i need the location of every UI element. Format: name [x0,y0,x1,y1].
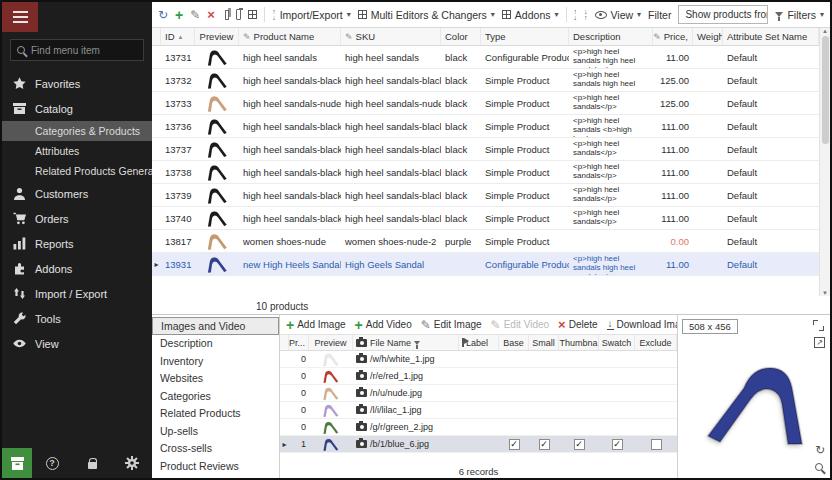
cell-type[interactable]: Simple Product [481,138,569,160]
cell-id[interactable]: 13739 [161,184,195,206]
cell-file-name[interactable]: /n/u/nude.jpg [353,385,459,401]
image-row[interactable]: ▸ 0 /l/i/lilac_1.jpg ✓ ✓ ✓ ✓ ✓ [280,402,677,419]
cell-small-checkbox[interactable]: ✓ [529,402,559,418]
add-video-button[interactable]: +Add Video [355,318,412,332]
cell-exclude-checkbox[interactable]: ✓ [635,436,677,452]
sidebar-item-tools[interactable]: Tools [2,306,152,331]
cell-sku[interactable]: high heel sandals-black-38 [341,207,441,229]
cell-id[interactable]: 13738 [161,161,195,183]
sort-ascending-icon[interactable]: ↑↓ [574,9,578,21]
cell-color[interactable] [441,253,481,275]
thumbnail-checkbox[interactable]: ✓ [574,439,585,450]
cell-position[interactable]: 0 [289,368,309,384]
cell-id[interactable]: 13817 [161,230,195,252]
sidebar-item-addons[interactable]: Addons [2,256,152,281]
edit-video-button[interactable]: ✎Edit Video [491,319,549,331]
cell-product-name[interactable]: high heel sandals [239,46,341,68]
cell-color[interactable]: purple [441,230,481,252]
delete-product-button[interactable]: × [207,8,215,21]
cell-small-checkbox[interactable]: ✓ [529,368,559,384]
view-menu[interactable]: View ▾ [595,9,642,21]
col-header-attribute-set[interactable]: Attribute Set Name [723,28,819,45]
cell-attribute-set[interactable]: Default [723,207,819,229]
detail-tab[interactable]: Websites [152,370,279,388]
cell-attribute-set[interactable]: Default [723,184,819,206]
cell-exclude-checkbox[interactable]: ✓ [635,419,677,435]
cell-price[interactable]: 125.00 [653,92,693,114]
cell-small-checkbox[interactable]: ✓ [529,385,559,401]
cell-sku[interactable]: high heel sandals-black-36 [341,115,441,137]
table-row[interactable]: ▸ 13732 high heel sandals-black high hee… [152,69,819,92]
cell-base-checkbox[interactable]: ✓ [499,368,529,384]
cell-description[interactable]: <p>high heel sandals <b>high heel san... [569,115,653,137]
cell-label[interactable] [459,436,499,452]
cell-preview[interactable] [195,253,239,275]
cell-sku[interactable]: High Geels Sandal [341,253,441,275]
image-row[interactable]: ▸ 0 /n/u/nude.jpg ✓ ✓ ✓ ✓ ✓ [280,385,677,402]
cell-preview[interactable] [195,46,239,68]
cell-weight[interactable] [693,253,723,275]
base-checkbox[interactable]: ✓ [509,439,520,450]
cell-price[interactable]: 111.00 [653,207,693,229]
cell-price[interactable]: 111.00 [653,161,693,183]
multi-editors-menu[interactable]: Multi Editors & Changers ▾ [358,9,495,21]
cell-weight[interactable] [693,230,723,252]
sort-descending-icon[interactable]: ↓↑ [584,9,588,21]
cell-thumbnail-checkbox[interactable]: ✓ [559,419,599,435]
sidebar-item-reports[interactable]: Reports [2,231,152,256]
cell-weight[interactable] [693,138,723,160]
cell-position[interactable]: 0 [289,402,309,418]
cell-id[interactable]: 13732 [161,69,195,91]
cell-image-preview[interactable] [309,419,353,435]
copy-button[interactable] [225,10,229,20]
sidebar-item-favorites[interactable]: Favorites [2,71,152,96]
detail-tab[interactable]: Up-sells [152,422,279,440]
sidebar-item-customers[interactable]: Customers [2,181,152,206]
cell-attribute-set[interactable]: Default [723,46,819,68]
detail-tab[interactable]: Cross-sells [152,440,279,458]
cell-image-preview[interactable] [309,436,353,452]
cell-sku[interactable]: high heel sandals-nude [341,92,441,114]
rotate-icon[interactable]: ↻ [815,444,825,456]
detail-tab[interactable]: Product Reviews [152,457,279,475]
scroll-down-icon[interactable]: ▼ [822,290,828,296]
col-header-label[interactable]: Label [459,335,499,350]
cell-base-checkbox[interactable]: ✓ [499,402,529,418]
cell-weight[interactable] [693,92,723,114]
cell-position[interactable]: 0 [289,419,309,435]
cell-type[interactable]: Simple Product [481,230,569,252]
cell-color[interactable]: black [441,115,481,137]
col-header-price[interactable]: ✎Price, [653,28,693,45]
cell-weight[interactable] [693,207,723,229]
cell-weight[interactable] [693,161,723,183]
cell-small-checkbox[interactable]: ✓ [529,351,559,367]
cell-price[interactable]: 111.00 [653,138,693,160]
add-image-button[interactable]: +Add Image [286,318,346,332]
cell-id[interactable]: 13731 [161,46,195,68]
cell-sku[interactable]: high heel sandals-black [341,69,441,91]
table-row[interactable]: ▸ 13740 high heel sandals-black-38 high … [152,207,819,230]
cell-exclude-checkbox[interactable]: ✓ [635,385,677,401]
table-row[interactable]: ▸ 13739 high heel sandals-black-37 high … [152,184,819,207]
cell-thumbnail-checkbox[interactable]: ✓ [559,368,599,384]
col-header-id[interactable]: ID▲ [161,28,195,45]
sidebar-subitem[interactable]: Related Products Generator [2,161,152,181]
cell-description[interactable]: <p>high heel sandals high heel san... [569,69,653,91]
cell-preview[interactable] [195,115,239,137]
cell-weight[interactable] [693,184,723,206]
col-header-base[interactable]: Base [499,335,529,350]
cell-color[interactable]: black [441,207,481,229]
cell-color[interactable]: black [441,92,481,114]
cell-exclude-checkbox[interactable]: ✓ [635,351,677,367]
cell-type[interactable]: Configurable Product [481,253,569,275]
cell-attribute-set[interactable]: Default [723,138,819,160]
table-row[interactable]: ▸ 13737 high heel sandals-black-36 high … [152,138,819,161]
download-image-button[interactable]: ↓Download Image [607,319,677,330]
cell-base-checkbox[interactable]: ✓ [499,385,529,401]
detail-tab[interactable]: Inventory [152,352,279,370]
image-row[interactable]: ▸ 0 /g/r/green_2.jpg ✓ ✓ ✓ ✓ ✓ [280,419,677,436]
cell-type[interactable]: Simple Product [481,184,569,206]
cell-position[interactable]: 1 [289,436,309,452]
sidebar-subitem[interactable]: Attributes [2,141,152,161]
refresh-button[interactable]: ↻ [158,9,168,21]
